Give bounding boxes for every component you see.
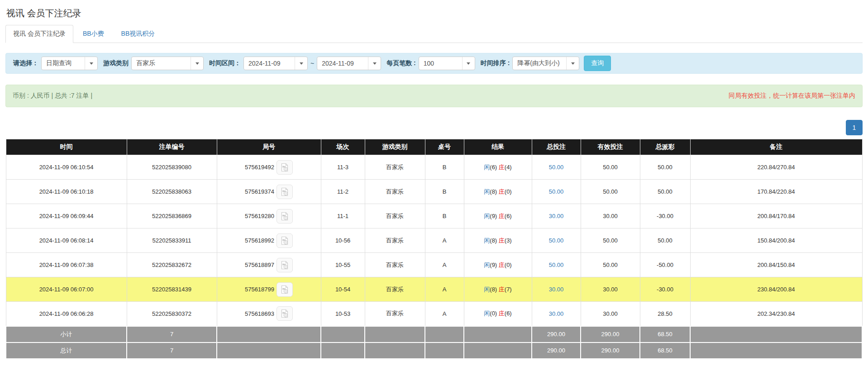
cell-round-no: 575619492 <box>217 155 321 180</box>
cell-table-no: B <box>425 180 464 204</box>
cell-session: 11-2 <box>321 180 365 204</box>
game-type-select[interactable]: 百家乐 <box>131 57 204 70</box>
cell-result: 闲(9) 庄(0) <box>464 253 532 277</box>
chevron-down-icon <box>191 57 203 70</box>
cell-round-no: 575618693 <box>217 302 321 326</box>
date-to-select[interactable]: 2024-11-09 <box>317 57 381 70</box>
cell-game-type: 百家乐 <box>365 253 425 277</box>
time-range-label: 时间区间： <box>209 59 241 67</box>
cell-result: 闲(9) 庄(6) <box>464 204 532 228</box>
column-header: 总投注 <box>532 139 581 155</box>
round-no-text: 575618799 <box>245 286 274 293</box>
summary-cell <box>365 326 425 342</box>
date-to-value: 2024-11-09 <box>317 60 358 67</box>
result-player-score: (8) <box>490 188 499 195</box>
time-sort-select[interactable]: 降幂(由大到小) <box>512 57 579 70</box>
cell-session: 10-54 <box>321 277 365 302</box>
cell-total-bet: 50.00 <box>532 253 581 277</box>
cell-result: 闲(8) 庄(0) <box>464 180 532 204</box>
video-replay-icon[interactable] <box>277 185 293 199</box>
result-banker-label: 庄 <box>499 310 505 317</box>
round-no-text: 575618897 <box>245 262 274 268</box>
column-header: 有效投注 <box>581 139 640 155</box>
cell-table-no: B <box>425 155 464 180</box>
tab-bb-tips[interactable]: BB小费 <box>75 25 112 43</box>
result-banker-score: (3) <box>505 237 512 244</box>
page-root: 视讯 会员下注纪录 视讯 会员下注纪录 BB小费 BB视讯积分 请选择： 日期查… <box>0 7 868 359</box>
result-banker-label: 庄 <box>499 188 505 195</box>
cell-session: 10-53 <box>321 302 365 326</box>
cell-result: 闲(6) 庄(4) <box>464 155 532 180</box>
date-from-select[interactable]: 2024-11-09 <box>243 57 308 70</box>
tab-bb-video-points[interactable]: BB视讯积分 <box>114 25 163 43</box>
cell-result: 闲(0) 庄(6) <box>464 302 532 326</box>
video-replay-icon[interactable] <box>277 282 293 297</box>
cell-time: 2024-11-09 06:10:54 <box>6 155 127 180</box>
total-bet-link[interactable]: 50.00 <box>549 188 564 195</box>
cell-round-no: 575618897 <box>217 253 321 277</box>
cell-round-no: 575618799 <box>217 277 321 302</box>
summary-cell <box>425 342 464 359</box>
summary-cell: 68.50 <box>640 342 690 359</box>
table-row: 2024-11-09 06:09:44522025836869575619280… <box>6 204 862 228</box>
summary-cell <box>217 326 321 342</box>
summary-currency-total: 币别 : 人民币 | 总共 :7 注单 | <box>13 92 92 100</box>
chevron-down-icon <box>566 57 579 70</box>
cell-total-bet: 30.00 <box>532 302 581 326</box>
column-header: 场次 <box>321 139 365 155</box>
video-replay-icon[interactable] <box>277 306 293 321</box>
total-bet-link[interactable]: 30.00 <box>549 213 564 219</box>
tab-betting-records[interactable]: 视讯 会员下注纪录 <box>5 25 73 43</box>
cell-valid-bet: 50.00 <box>581 228 640 253</box>
cell-table-no: A <box>425 302 464 326</box>
cell-bet-no: 522025836869 <box>127 204 217 228</box>
result-player-label: 闲 <box>484 310 490 317</box>
cell-total-bet: 50.00 <box>532 180 581 204</box>
result-banker-label: 庄 <box>499 286 505 293</box>
filter-bar: 请选择： 日期查询 游戏类别 百家乐 时间区间： 2024-11-09 ~ 20… <box>5 53 863 74</box>
result-banker-label: 庄 <box>499 237 505 244</box>
result-player-label: 闲 <box>484 213 490 219</box>
page-button-1[interactable]: 1 <box>846 120 863 135</box>
cell-bet-no: 522025830372 <box>127 302 217 326</box>
cell-payout: 50.00 <box>640 180 690 204</box>
total-bet-link[interactable]: 30.00 <box>549 310 564 317</box>
query-type-select[interactable]: 日期查询 <box>41 57 98 70</box>
game-type-value: 百家乐 <box>132 59 160 67</box>
cell-remark: 230.84/200.84 <box>690 277 862 302</box>
summary-cell: 290.00 <box>581 326 640 342</box>
page-size-select[interactable]: 100 <box>419 57 475 70</box>
video-replay-icon[interactable] <box>277 258 293 272</box>
summary-cell: 290.00 <box>581 342 640 359</box>
cell-payout: 28.50 <box>640 302 690 326</box>
cell-table-no: A <box>425 228 464 253</box>
query-type-label: 请选择： <box>13 59 38 67</box>
table-header-row: 时间注单编号局号场次游戏类别桌号结果总投注有效投注总派彩备注 <box>6 139 862 155</box>
video-replay-icon[interactable] <box>277 209 293 224</box>
result-banker-score: (0) <box>505 188 512 195</box>
total-bet-link[interactable]: 50.00 <box>549 237 564 244</box>
column-header: 总派彩 <box>640 139 690 155</box>
summary-cell <box>690 342 862 359</box>
video-replay-icon[interactable] <box>277 233 293 248</box>
search-button[interactable]: 查询 <box>584 56 611 71</box>
summary-cell <box>690 326 862 342</box>
cell-result: 闲(8) 庄(3) <box>464 228 532 253</box>
result-player-score: (8) <box>490 286 499 293</box>
cell-valid-bet: 50.00 <box>581 155 640 180</box>
cell-remark: 202.34/230.84 <box>690 302 862 326</box>
total-bet-link[interactable]: 50.00 <box>549 262 564 268</box>
cell-valid-bet: 30.00 <box>581 277 640 302</box>
table-row: 2024-11-09 06:07:00522025831439575618799… <box>6 277 862 302</box>
column-header: 时间 <box>6 139 127 155</box>
cell-payout: 50.00 <box>640 155 690 180</box>
total-bet-link[interactable]: 50.00 <box>549 164 564 171</box>
cell-game-type: 百家乐 <box>365 155 425 180</box>
total-bet-link[interactable]: 30.00 <box>549 286 564 293</box>
bet-records-table: 时间注单编号局号场次游戏类别桌号结果总投注有效投注总派彩备注 2024-11-0… <box>5 139 863 359</box>
table-row: 2024-11-09 06:10:18522025838063575619374… <box>6 180 862 204</box>
game-type-label: 游戏类别 <box>103 59 129 67</box>
summary-cell <box>464 342 532 359</box>
cell-round-no: 575619374 <box>217 180 321 204</box>
video-replay-icon[interactable] <box>277 160 293 175</box>
